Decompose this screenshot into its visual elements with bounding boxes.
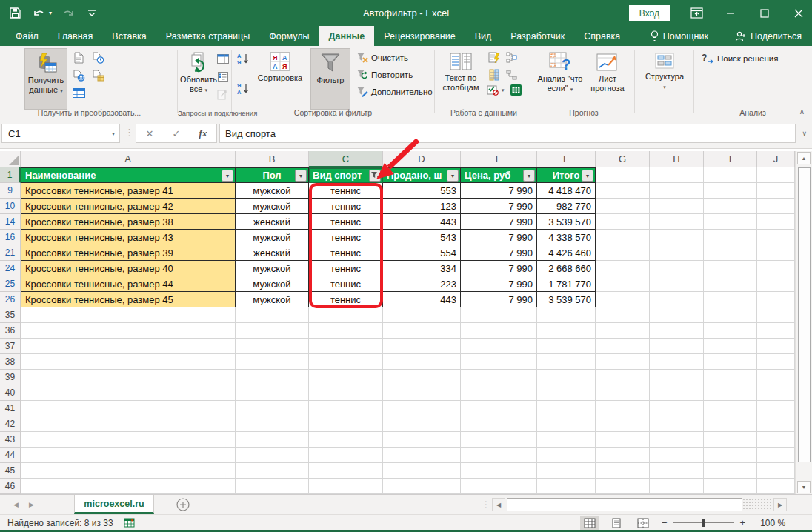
cell-sport[interactable]: теннис: [309, 245, 383, 261]
close-button[interactable]: [791, 6, 806, 21]
header-cell-total[interactable]: Итого▾: [537, 167, 596, 183]
filter-dropdown-icon[interactable]: ▾: [523, 170, 535, 182]
cell-total[interactable]: 4 418 470: [537, 183, 596, 199]
sign-in-button[interactable]: Вход: [629, 5, 670, 21]
cell-total[interactable]: 3 539 570: [537, 214, 596, 230]
confirm-entry-icon[interactable]: ✓: [173, 128, 181, 139]
cell-sport[interactable]: теннис: [309, 230, 383, 245]
filter-dropdown-icon[interactable]: ▾: [447, 170, 459, 182]
row-number[interactable]: 1: [0, 167, 21, 183]
row-number[interactable]: 39: [0, 370, 21, 385]
outline-button[interactable]: Структура▾: [641, 48, 688, 110]
horizontal-scroll-thumb[interactable]: [507, 498, 742, 511]
consolidate-icon[interactable]: [505, 50, 519, 64]
reapply-filter-button[interactable]: Повторить: [356, 69, 413, 80]
cell-price[interactable]: 7 990: [461, 214, 537, 230]
row-number[interactable]: 45: [0, 463, 21, 479]
vertical-scrollbar[interactable]: ▲ ▼: [795, 151, 812, 494]
recent-sources-icon[interactable]: [91, 50, 105, 64]
zoom-out-icon[interactable]: −: [662, 517, 668, 528]
cell-qty[interactable]: 443: [383, 214, 461, 230]
hscroll-left-icon[interactable]: ◀: [492, 498, 505, 511]
filter-dropdown-icon[interactable]: ▾: [222, 170, 233, 182]
undo-dropdown-icon[interactable]: ▾: [49, 10, 52, 16]
cell-price[interactable]: 7 990: [461, 183, 537, 199]
assistant-menu[interactable]: Помощник: [650, 30, 708, 41]
header-cell-sold[interactable]: Продано, ш▾: [383, 167, 461, 183]
row-number[interactable]: 35: [0, 307, 21, 323]
filter-applied-icon[interactable]: [369, 170, 381, 182]
column-header-a[interactable]: A: [21, 151, 236, 167]
scroll-up-icon[interactable]: ▲: [797, 152, 811, 164]
zoom-in-icon[interactable]: +: [740, 517, 746, 528]
ribbon-display-options-icon[interactable]: [689, 6, 704, 21]
normal-view-button[interactable]: [580, 516, 599, 530]
properties-icon[interactable]: [216, 70, 230, 84]
cell-price[interactable]: 7 990: [461, 276, 537, 292]
prev-sheet-icon[interactable]: ◀: [13, 501, 19, 508]
column-header-c[interactable]: C: [309, 151, 383, 167]
cell-total[interactable]: 982 770: [537, 199, 596, 214]
cell-gender[interactable]: мужской: [236, 292, 309, 307]
cell-total[interactable]: 2 668 660: [537, 261, 596, 276]
row-number[interactable]: 25: [0, 276, 21, 292]
zoom-level[interactable]: 100 %: [751, 518, 785, 528]
cell-gender[interactable]: женский: [236, 245, 309, 261]
cell-price[interactable]: 7 990: [461, 261, 537, 276]
existing-connections-icon[interactable]: [72, 86, 86, 100]
cell-qty[interactable]: 334: [383, 261, 461, 276]
cell-name[interactable]: Кроссовки теннисные, размер 38: [21, 214, 236, 230]
expand-formula-bar-icon[interactable]: ∨: [802, 130, 807, 137]
cell-name[interactable]: Кроссовки теннисные, размер 41: [21, 183, 236, 199]
zoom-slider-handle[interactable]: [702, 519, 705, 527]
row-number[interactable]: 44: [0, 448, 21, 463]
row-number[interactable]: 26: [0, 292, 21, 307]
forecast-sheet-button[interactable]: Лист прогноза: [585, 48, 630, 110]
tab-formulas[interactable]: Формулы: [259, 26, 319, 46]
cell-name[interactable]: Кроссовки теннисные, размер 45: [21, 292, 236, 307]
cell-total[interactable]: 4 338 570: [537, 230, 596, 245]
page-break-view-button[interactable]: [633, 516, 653, 530]
minimize-button[interactable]: [723, 6, 738, 21]
cell-qty[interactable]: 554: [383, 245, 461, 261]
cell-name[interactable]: Кроссовки теннисные, размер 43: [21, 230, 236, 245]
row-number[interactable]: 43: [0, 432, 21, 448]
header-cell-name[interactable]: Наименование▾: [21, 167, 236, 183]
cell-sport[interactable]: теннис: [309, 261, 383, 276]
cell-qty[interactable]: 553: [383, 183, 461, 199]
filter-dropdown-icon[interactable]: ▾: [295, 170, 307, 182]
tab-insert[interactable]: Вставка: [102, 26, 156, 46]
cell-total[interactable]: 1 781 770: [537, 276, 596, 292]
row-number[interactable]: 9: [0, 183, 21, 199]
from-text-csv-icon[interactable]: [72, 50, 86, 64]
header-cell-price[interactable]: Цена, руб▾: [461, 167, 537, 183]
new-sheet-icon[interactable]: [176, 498, 190, 514]
column-header-h[interactable]: H: [650, 151, 704, 167]
row-number[interactable]: 42: [0, 416, 21, 432]
row-number[interactable]: 38: [0, 354, 21, 370]
row-number[interactable]: 46: [0, 479, 21, 494]
column-header-i[interactable]: I: [704, 151, 757, 167]
what-if-analysis-button[interactable]: ? Анализ "что если" ▾: [536, 48, 584, 110]
filter-dropdown-icon[interactable]: ▾: [582, 170, 593, 182]
page-layout-view-button[interactable]: [607, 516, 626, 530]
relationships-icon[interactable]: [505, 67, 519, 82]
cell-qty[interactable]: 443: [383, 292, 461, 307]
cell-qty[interactable]: 223: [383, 276, 461, 292]
tab-help[interactable]: Справка: [574, 26, 630, 46]
row-number[interactable]: 16: [0, 230, 21, 245]
remove-duplicates-icon[interactable]: [487, 67, 501, 82]
advanced-filter-button[interactable]: Дополнительно: [356, 86, 433, 97]
column-header-b[interactable]: B: [236, 151, 309, 167]
column-header-f[interactable]: F: [537, 151, 596, 167]
maximize-button[interactable]: [757, 6, 772, 21]
cell-gender[interactable]: мужской: [236, 183, 309, 199]
row-number[interactable]: 41: [0, 401, 21, 416]
sort-za-icon[interactable]: ЯА: [236, 82, 250, 96]
save-icon[interactable]: [7, 6, 22, 21]
from-web-icon[interactable]: [72, 68, 86, 82]
cell-name[interactable]: Кроссовки теннисные, размер 39: [21, 245, 236, 261]
cell-qty[interactable]: 123: [383, 199, 461, 214]
cell-total[interactable]: 4 426 460: [537, 245, 596, 261]
tab-view[interactable]: Вид: [465, 26, 502, 46]
